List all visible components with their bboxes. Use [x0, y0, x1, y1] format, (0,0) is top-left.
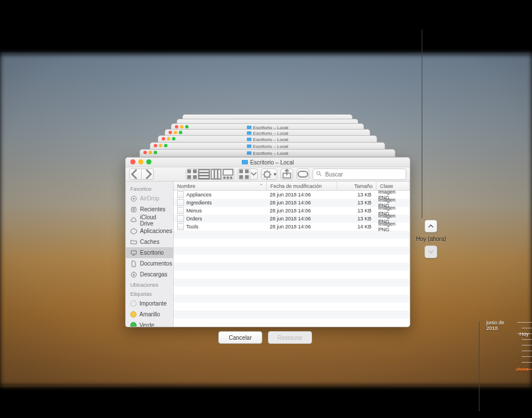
sidebar-item-label: Aplicaciones [140, 228, 172, 234]
file-modified: 28 jun 2018 14:06 [266, 208, 336, 214]
toolbar: ▾ [126, 167, 410, 182]
view-list-button[interactable] [198, 168, 210, 180]
file-kind: Imagen PNG [375, 221, 410, 232]
snapshot-title: Escritorio – Local [253, 144, 288, 149]
view-switcher [186, 168, 234, 180]
file-modified: 28 jun 2018 14:06 [266, 192, 336, 198]
svg-rect-14 [239, 170, 243, 174]
svg-point-23 [133, 198, 135, 199]
file-size: 13 KB [336, 192, 375, 198]
column-label: Clase [380, 183, 393, 189]
sidebar-item-documents[interactable]: Documentos [126, 258, 173, 269]
sidebar-item-label: Importante [139, 300, 167, 307]
minimize-button[interactable] [138, 159, 143, 164]
svg-rect-9 [218, 170, 221, 179]
search-field[interactable] [313, 168, 406, 180]
svg-rect-13 [230, 176, 232, 179]
sidebar-item-applications[interactable]: Aplicaciones [126, 226, 173, 236]
sidebar-tag-amarillo[interactable]: Amarillo [126, 309, 173, 320]
restore-button[interactable]: Restaurar [268, 331, 312, 344]
timeline-label-now: ahora [515, 367, 529, 372]
column-modified[interactable]: Fecha de modificación [267, 182, 337, 190]
share-button[interactable] [281, 168, 293, 180]
file-name: Menus [186, 208, 202, 214]
file-icon [177, 215, 184, 222]
file-name: Orders [186, 216, 202, 222]
svg-rect-25 [131, 251, 137, 254]
sidebar-item-downloads[interactable]: Descargas [126, 269, 173, 280]
file-size: 13 KB [336, 216, 375, 222]
file-size: 14 KB [336, 224, 375, 230]
column-name[interactable]: Nombre˄ [174, 182, 267, 190]
downloads-icon [130, 271, 137, 278]
timeline-label-month: junio de 2018 [486, 320, 515, 331]
svg-rect-11 [223, 176, 226, 179]
snapshot-title: Escritorio – Local [253, 151, 288, 156]
cancel-button[interactable]: Cancelar [218, 331, 262, 344]
column-size[interactable]: Tamaño [337, 182, 377, 190]
svg-rect-1 [193, 170, 197, 174]
view-gallery-button[interactable] [222, 168, 234, 180]
column-label: Tamaño [354, 183, 373, 189]
titlebar: Escritorio – Local [126, 158, 410, 167]
table-row-empty [174, 295, 410, 303]
table-row-empty [174, 311, 410, 319]
airdrop-icon [130, 195, 137, 202]
view-icons-button[interactable] [186, 168, 198, 180]
sidebar-item-label: iCloud Drive [140, 214, 169, 227]
table-row-empty [174, 263, 410, 271]
file-icon [177, 223, 184, 230]
sidebar-item-desktop[interactable]: Escritorio [126, 247, 173, 258]
table-row-empty [174, 303, 410, 311]
file-modified: 28 jun 2018 14:06 [266, 216, 336, 222]
svg-rect-3 [193, 175, 197, 179]
file-rows: Appliances28 jun 2018 14:0613 KBImagen P… [174, 191, 410, 327]
svg-rect-15 [245, 170, 249, 174]
svg-point-21 [317, 171, 320, 175]
sidebar-item-caches[interactable]: Caches [126, 236, 173, 247]
sidebar-tag-verde[interactable]: Verde [126, 320, 173, 327]
sidebar-tag-importante[interactable]: Importante [126, 298, 173, 309]
sidebar-item-recents[interactable]: Recientes [126, 204, 173, 215]
search-icon [316, 171, 322, 178]
forward-button[interactable] [142, 168, 154, 180]
sidebar-item-label: Amarillo [139, 311, 160, 317]
snapshot-previous-button[interactable] [425, 220, 437, 232]
tags-button[interactable] [297, 168, 309, 180]
file-icon [177, 191, 184, 198]
tag-color-icon [130, 300, 137, 307]
svg-rect-4 [199, 170, 209, 172]
zoom-button[interactable] [146, 159, 151, 164]
svg-rect-12 [227, 176, 229, 179]
snapshot-next-button[interactable] [425, 246, 437, 258]
tag-color-icon [130, 311, 137, 317]
sidebar-item-airdrop[interactable]: AirDrop [126, 193, 173, 204]
snapshot-nav: Hoy (ahora) [416, 220, 446, 258]
svg-rect-17 [245, 175, 249, 179]
svg-rect-20 [298, 171, 308, 177]
window-title: Escritorio – Local [250, 159, 294, 166]
back-button[interactable] [129, 168, 142, 180]
table-row-empty [174, 279, 410, 287]
action-menu-button[interactable]: ▾ [261, 168, 277, 180]
folder-icon [242, 160, 248, 164]
table-row[interactable]: Tools28 jun 2018 14:0614 KBImagen PNG [174, 223, 410, 231]
folder-icon [130, 239, 137, 246]
table-row-empty [174, 239, 410, 247]
file-size: 13 KB [336, 200, 375, 206]
svg-rect-16 [239, 175, 243, 179]
group-button[interactable] [238, 168, 250, 180]
action-buttons: Cancelar Restaurar [218, 331, 312, 344]
sidebar-item-icloud[interactable]: iCloud Drive [126, 215, 173, 226]
desktop-icon [130, 250, 137, 256]
file-size: 13 KB [336, 208, 375, 214]
view-columns-button[interactable] [210, 168, 222, 180]
close-button[interactable] [130, 159, 135, 164]
table-row-empty [174, 247, 410, 255]
svg-rect-10 [223, 170, 233, 175]
sidebar-item-label: Caches [140, 239, 159, 245]
group-menu-button[interactable] [250, 168, 258, 180]
callout-leader-timeline [479, 321, 479, 411]
search-input[interactable] [324, 171, 403, 178]
svg-point-18 [264, 171, 270, 177]
